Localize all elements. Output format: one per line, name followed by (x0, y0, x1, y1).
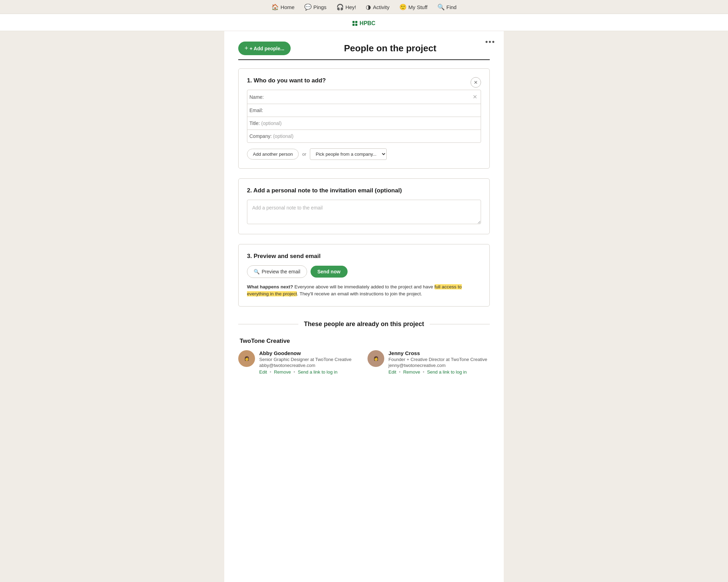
avatar-jenny: 👩 (367, 350, 384, 367)
avatar-abby: 👩 (238, 350, 255, 367)
send-link-abby[interactable]: Send a link to log in (298, 369, 337, 375)
name-field-row: Name: ✕ (247, 90, 481, 104)
avatar-initials-jenny: 👩 (373, 356, 379, 361)
email-label: Email: (249, 108, 277, 113)
email-input[interactable] (277, 108, 479, 113)
add-people-button[interactable]: + + Add people... (238, 42, 291, 55)
email-field-row: Email: (247, 104, 481, 117)
send-now-button[interactable]: Send now (311, 266, 348, 278)
grid-icon (352, 21, 357, 26)
preview-send-row: 🔍 Preview the email Send now (247, 265, 481, 278)
divider-right (430, 324, 490, 324)
person-email-abby: abby@twotonecreative.com (259, 363, 351, 368)
nav-hey[interactable]: 🎧 Hey! (336, 3, 356, 11)
edit-abby[interactable]: Edit (259, 369, 267, 375)
project-link[interactable]: HPBC (352, 20, 375, 27)
nav-home[interactable]: 🏠 Home (271, 3, 294, 11)
person-info-jenny: Jenny Cross Founder + Creative Director … (388, 350, 487, 375)
person-info-abby: Abby Goodenow Senior Graphic Designer at… (259, 350, 351, 375)
title-input[interactable] (282, 120, 479, 126)
people-grid: 👩 Abby Goodenow Senior Graphic Designer … (238, 350, 490, 375)
person-name-jenny: Jenny Cross (388, 350, 487, 356)
find-icon: 🔍 (437, 3, 445, 11)
top-nav: 🏠 Home 💬 Pings 🎧 Hey! ◑ Activity 🙂 My St… (0, 0, 728, 14)
search-icon: 🔍 (254, 269, 260, 274)
pings-icon: 💬 (304, 3, 312, 11)
person-email-jenny: jenny@twotonecreative.com (388, 363, 487, 368)
title-label: Title: (optional) (249, 120, 282, 126)
pick-company-select[interactable]: Pick people from a company... (310, 148, 387, 160)
person-links-abby: Edit • Remove • Send a link to log in (259, 369, 351, 375)
company-input[interactable] (293, 133, 479, 139)
section-preview-send: 3. Preview and send email 🔍 Preview the … (238, 244, 490, 307)
more-options-button[interactable]: ••• (482, 36, 498, 48)
company-field-row: Company: (optional) (247, 130, 481, 142)
nav-pings[interactable]: 💬 Pings (304, 3, 327, 11)
already-divider: These people are already on this project (238, 321, 490, 328)
edit-jenny[interactable]: Edit (388, 369, 396, 375)
already-on-project: These people are already on this project… (238, 321, 490, 375)
person-fields: Name: ✕ Email: Title: (optional) Company… (247, 90, 481, 143)
person-title-abby: Senior Graphic Designer at TwoTone Creat… (259, 357, 351, 362)
add-another-person-button[interactable]: Add another person (247, 149, 299, 160)
nav-activity[interactable]: ◑ Activity (366, 3, 390, 11)
person-links-jenny: Edit • Remove • Send a link to log in (388, 369, 487, 375)
section1-title: 1. Who do you want to add? (247, 77, 326, 84)
person-title-jenny: Founder + Creative Director at TwoTone C… (388, 357, 487, 362)
send-link-jenny[interactable]: Send a link to log in (427, 369, 466, 375)
my-stuff-icon: 🙂 (399, 3, 407, 11)
plus-icon: + (245, 45, 248, 52)
add-person-row: Add another person or Pick people from a… (247, 148, 481, 160)
close-section1-button[interactable]: ✕ (471, 77, 481, 88)
company-label: Company: (optional) (249, 133, 293, 139)
nav-my-stuff[interactable]: 🙂 My Stuff (399, 3, 428, 11)
name-clear-button[interactable]: ✕ (471, 94, 479, 100)
page-title: People on the project (291, 43, 490, 54)
company-section: TwoTone Creative 👩 Abby Goodenow Senior … (238, 338, 490, 375)
already-title: These people are already on this project (304, 321, 424, 328)
or-text: or (302, 152, 306, 157)
company-name: TwoTone Creative (238, 338, 490, 345)
section2-title: 2. Add a personal note to the invitation… (247, 187, 481, 194)
section-who-to-add: 1. Who do you want to add? ✕ Name: ✕ Ema… (238, 68, 490, 169)
name-label: Name: (249, 94, 277, 100)
home-icon: 🏠 (271, 3, 279, 11)
activity-icon: ◑ (366, 3, 371, 11)
remove-jenny[interactable]: Remove (403, 369, 420, 375)
main-content: ••• + + Add people... People on the proj… (224, 31, 504, 582)
page-header: + + Add people... People on the project (238, 42, 490, 60)
what-happens-text: What happens next? Everyone above will b… (247, 283, 481, 298)
title-field-row: Title: (optional) (247, 117, 481, 130)
section-personal-note: 2. Add a personal note to the invitation… (238, 178, 490, 234)
hey-icon: 🎧 (336, 3, 344, 11)
remove-abby[interactable]: Remove (274, 369, 291, 375)
nav-find[interactable]: 🔍 Find (437, 3, 457, 11)
avatar-initials-abby: 👩 (244, 356, 249, 361)
person-card-abby: 👩 Abby Goodenow Senior Graphic Designer … (238, 350, 361, 375)
person-card-jenny: 👩 Jenny Cross Founder + Creative Directo… (367, 350, 490, 375)
section3-title: 3. Preview and send email (247, 253, 481, 260)
preview-email-button[interactable]: 🔍 Preview the email (247, 265, 307, 278)
person-name-abby: Abby Goodenow (259, 350, 351, 356)
personal-note-input[interactable] (247, 200, 481, 224)
name-input[interactable] (277, 94, 471, 100)
project-bar: HPBC (0, 14, 728, 31)
divider-left (238, 324, 298, 324)
